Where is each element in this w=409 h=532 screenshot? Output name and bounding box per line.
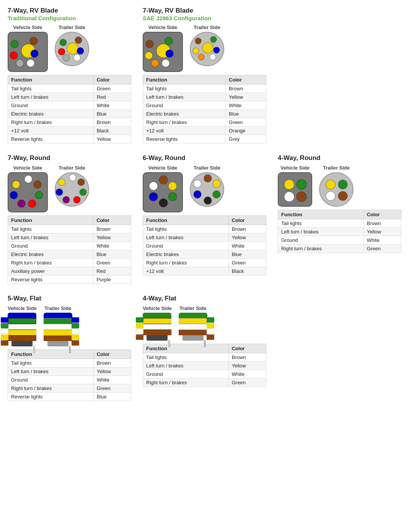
table-row: +12 voltBlack (143, 267, 266, 276)
table-row: Tail lightsBrown (278, 219, 401, 228)
svg-point-25 (213, 47, 220, 53)
svg-point-27 (210, 54, 216, 60)
svg-point-36 (78, 179, 85, 186)
table-row: Reverse lightsPurple (8, 276, 131, 284)
vehicle-side-label: Vehicle Side (148, 165, 178, 171)
trailer-side-label: Trailer Side (194, 24, 220, 30)
svg-point-32 (18, 200, 25, 207)
svg-point-18 (166, 50, 173, 57)
svg-point-34 (12, 181, 20, 188)
function-table-s1: FunctionColor Tail lightsGreen Left turn… (8, 75, 131, 144)
vehicle-side-block: Vehicle Side (143, 24, 183, 72)
trailer-side-block: Trailer Side (190, 24, 224, 66)
svg-point-15 (146, 40, 153, 48)
vehicle-side-block: Vehicle Side (143, 305, 172, 341)
svg-point-60 (326, 191, 335, 201)
svg-point-1 (11, 40, 18, 48)
trailer-side-label: Trailer Side (44, 305, 71, 311)
svg-point-57 (297, 192, 306, 202)
section-5way-flat: 5-Way, Flat Vehicle Side (8, 295, 131, 401)
table-row: Left turn / brakesYellow (8, 233, 131, 242)
section-title: 7-Way, Round (8, 154, 131, 162)
table-row: GroundWhite (143, 101, 266, 110)
svg-point-29 (34, 181, 41, 188)
trailer-side-block: Trailer Side (44, 305, 72, 346)
vehicle-side-label: Vehicle Side (280, 165, 310, 171)
svg-point-4 (31, 50, 38, 57)
svg-point-22 (195, 38, 201, 44)
round6-trailer-connector (190, 172, 224, 207)
svg-point-5 (16, 59, 24, 67)
trailer-side-block: Trailer Side (55, 165, 89, 207)
svg-point-41 (58, 179, 65, 186)
table-row: Left turn / brakesRed (8, 93, 131, 101)
section-subtitle: SAE J2863 Configuration (143, 15, 266, 21)
table-row: Reverse lightsBlue (8, 393, 131, 401)
blade7-sae-trailer-connector (190, 32, 224, 66)
round7-vehicle-connector (8, 172, 48, 212)
svg-point-20 (162, 59, 169, 67)
svg-point-59 (338, 180, 347, 189)
svg-point-35 (69, 174, 76, 181)
svg-point-12 (63, 54, 70, 61)
vehicle-side-label: Vehicle Side (148, 24, 178, 30)
svg-point-47 (149, 182, 158, 190)
vehicle-side-label: Vehicle Side (143, 305, 172, 311)
svg-point-44 (168, 193, 177, 201)
svg-point-45 (159, 199, 168, 207)
section-title: 5-Way, Flat (8, 295, 131, 302)
function-table-s2: FunctionColor Tail lightsBrown Left turn… (143, 75, 266, 144)
svg-point-31 (28, 200, 36, 207)
round4-trailer-connector (319, 172, 354, 207)
section-6way-round: 6-Way, Round Vehicle Side Trailer Side (143, 154, 266, 284)
svg-point-10 (58, 48, 65, 55)
function-table-s5: FunctionColor Tail lightsBrown Left turn… (278, 210, 401, 253)
table-row: +12 voltBlack (8, 127, 131, 135)
table-row: Left turn / brakesYellow (143, 362, 266, 370)
table-row: GroundWhite (143, 242, 266, 250)
svg-point-54 (284, 180, 294, 189)
vehicle-side-block: Vehicle Side (8, 305, 37, 346)
table-row: Right turn / brakesGreen (8, 384, 131, 393)
svg-point-11 (77, 47, 84, 54)
svg-point-52 (194, 191, 201, 198)
section-title: 7-Way, RV Blade (8, 7, 131, 15)
trailer-side-block: Trailer Side (55, 24, 89, 66)
table-row: Reverse lightsYellow (8, 135, 131, 144)
section-subtitle: Traditional Configuration (8, 15, 131, 21)
section-title: 4-Way, Round (278, 154, 401, 162)
table-row: Reverse lightsGrey (143, 135, 266, 144)
section-7way-blade-trad: 7-Way, RV Blade Traditional Configuratio… (8, 7, 131, 144)
blade7-sae-vehicle-connector (143, 32, 183, 72)
svg-point-26 (198, 54, 204, 60)
table-row: +12 voltOrange (143, 127, 266, 135)
vehicle-side-block: Vehicle Side (8, 165, 48, 212)
svg-point-56 (284, 192, 294, 202)
function-table-s7: FunctionColor Tail lightsBrown Left turn… (143, 344, 266, 387)
trailer-side-block: Trailer Side (319, 165, 354, 207)
table-row: Left turn / brakesYellow (143, 93, 266, 101)
table-row: Left turn / brakesYellow (143, 233, 266, 242)
svg-point-19 (151, 59, 159, 67)
svg-point-6 (27, 59, 34, 67)
table-row: Tail lightsGreen (8, 85, 131, 93)
section-title: 6-Way, Round (143, 154, 266, 162)
flat5-vehicle-connector: CURT (8, 313, 36, 346)
svg-point-38 (73, 196, 80, 203)
table-row: Left turn / brakesYellow (8, 367, 131, 376)
table-row: GroundWhite (8, 101, 131, 110)
diagrams-row: Vehicle Side (143, 305, 266, 341)
round6-vehicle-connector (143, 172, 183, 212)
section-4way-round: 4-Way, Round Vehicle Side Trailer Side (278, 154, 401, 284)
table-row: GroundWhite (8, 242, 131, 250)
round4-vehicle-connector (278, 172, 312, 207)
function-table-s4: FunctionColor Tail lightsBrown Left turn… (143, 215, 266, 276)
table-row: Right turn / brakesGreen (8, 259, 131, 267)
svg-point-58 (326, 180, 335, 189)
table-row: GroundWhite (8, 376, 131, 384)
vehicle-side-block: Vehicle Side (278, 165, 312, 207)
svg-point-43 (168, 182, 177, 190)
svg-point-7 (67, 43, 78, 54)
svg-point-48 (204, 175, 212, 182)
diagrams-row: Vehicle Side Trailer Side (278, 165, 401, 207)
